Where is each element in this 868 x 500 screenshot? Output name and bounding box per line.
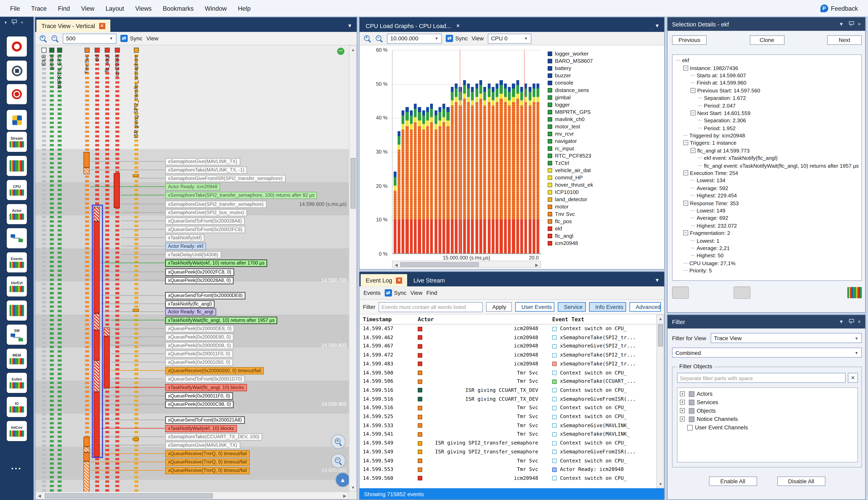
event-log-row[interactable]: 14.599.533Tmr SvcxSemaphoreGive(MAVLINK_ (360, 421, 655, 430)
trace-column-checkbox[interactable] (105, 48, 110, 53)
cpu-select-combo[interactable]: CPU 0▼ (488, 33, 531, 43)
tree-expander-icon[interactable]: − (683, 200, 688, 205)
pin-icon[interactable] (12, 20, 15, 25)
trace-event-label[interactable]: xSemaphoreGiveFromISR(SPI2_transfer_sema… (165, 175, 285, 182)
chart-cursor-line[interactable] (524, 50, 525, 254)
trace-execution-bar[interactable] (83, 168, 90, 174)
trace-execution-bar[interactable] (83, 461, 90, 494)
legend-item[interactable]: motor (548, 203, 568, 210)
tree-row[interactable]: Lowest: 134 (674, 177, 861, 184)
scrollbar-thumb[interactable] (45, 493, 213, 498)
rail-tile-intensity-view[interactable] (7, 300, 27, 321)
trace-event-label[interactable]: xQueueReceive(TmrQ, 0) timeout/fail (165, 458, 250, 466)
sync-button[interactable]: ⇄ Sync (446, 35, 468, 42)
tree-row[interactable]: Period: 1.952 (674, 124, 861, 132)
trace-vertical-scrollbar[interactable]: ▲ ▼ (349, 45, 357, 491)
trace-event-label[interactable]: xSemaphoreTake(CCUART_TX_DEV, 100) (165, 433, 262, 441)
user-events-button[interactable]: User Events (515, 302, 554, 311)
legend-item[interactable]: motor_test (548, 123, 580, 130)
rail-tile-stream-view[interactable]: Stream (7, 132, 27, 152)
rail-tile-io-view[interactable]: IO (7, 397, 27, 417)
event-log-row[interactable]: 14.599.500Tmr SvcContext switch on CPU_ (360, 368, 655, 377)
tree-row[interactable]: Average: 2,21 (674, 245, 861, 252)
filter-tree-item[interactable]: +Notice Channels (678, 415, 857, 423)
chevron-down-icon[interactable]: ▼ (655, 23, 663, 32)
zoom-out-icon[interactable]: − (51, 34, 59, 42)
trace-event-label[interactable]: xQueuePeek(0x200028A8, 0) (165, 277, 234, 284)
events-menu[interactable]: Events (363, 290, 380, 296)
filter-checkbox[interactable] (689, 408, 694, 413)
trace-execution-bar[interactable] (133, 174, 139, 177)
event-log-row[interactable]: 14.599.467icm20948xSemaphoreGive(SPI2_tr… (360, 342, 655, 351)
menu-bookmarks[interactable]: Bookmarks (157, 3, 199, 14)
trace-event-label[interactable]: xQueueSendToFront(0x200028A8) (165, 217, 245, 225)
rail-tile-cpu-load-view[interactable]: CPU (7, 180, 27, 200)
tab-event-log[interactable]: Event Log × (361, 274, 407, 286)
trace-canvas[interactable]: IDLEgimbalM8PRTK_GPSTmr Svcekfflc_anglic… (35, 45, 357, 499)
event-log-table[interactable]: 14.599.457icm20948Context switch on CPU_… (360, 325, 656, 488)
close-tab-icon[interactable]: × (455, 23, 461, 29)
trace-event-label[interactable]: xTaskNotifyWait(flc_angl, 10) blocks (165, 384, 247, 391)
trace-event-label[interactable]: xQueueSendToFront(0x20002FC8) (165, 226, 245, 233)
overlay-zoom-out-button[interactable]: − (331, 453, 345, 468)
trace-event-label[interactable]: xQueueSendToFront(0x20001D70) (165, 375, 245, 383)
tree-row[interactable]: −Execution Time: 254 (674, 169, 861, 177)
chart-cursor-line[interactable] (460, 50, 460, 254)
tree-row[interactable]: flc_angl event: xTaskNotifyWait(flc_angl… (674, 162, 861, 169)
advanced-button[interactable]: Advanced (630, 302, 661, 311)
legend-item[interactable]: M8PRTK_GPS (548, 108, 591, 115)
event-log-row[interactable]: 14.599.549Tmr SvcContext switch on CPU_ (360, 457, 655, 466)
filter-tree-item[interactable]: +Services (678, 398, 857, 406)
rail-tile-snapshot[interactable] (7, 84, 27, 104)
event-log-row[interactable]: 14.599.560icm20948Context switch on CPU_ (360, 474, 655, 483)
trace-event-label[interactable]: xTaskNotifyWait(ekf, 10) returns after 1… (165, 260, 267, 267)
legend-item[interactable]: console (548, 79, 573, 86)
chart-horizontal-scrollbar[interactable]: ◀ ▶ (392, 261, 541, 268)
overlay-scroll-button[interactable]: ▲ (336, 473, 350, 487)
find-menu[interactable]: Find (426, 290, 437, 296)
rail-tile-actor-view[interactable]: Actor (7, 204, 27, 224)
tree-row[interactable]: ekf (674, 57, 861, 64)
zoom-out-icon[interactable]: − (375, 34, 383, 42)
scrollbar-thumb[interactable] (658, 324, 663, 346)
trace-event-label[interactable]: xTaskNotify(ekf) (165, 234, 205, 241)
tree-row[interactable]: −Response Time: 353 (674, 199, 861, 207)
trace-event-label[interactable]: xSemaphoreTake(MAVLINK_TX, -1) (165, 167, 247, 174)
trace-event-label[interactable]: Actor Ready: ekf (165, 243, 206, 250)
trace-event-label[interactable]: xQueuePeek(0x20000DE8, 0) (165, 325, 234, 332)
tree-row[interactable]: −Instance: 1982/7436 (674, 64, 861, 72)
menu-trace[interactable]: Trace (26, 3, 52, 14)
tree-expander-icon[interactable]: − (683, 140, 688, 146)
tree-row[interactable]: Average: 692 (674, 214, 861, 222)
trace-event-label[interactable]: Actor Ready: flc_angl (165, 308, 216, 316)
legend-item[interactable]: BARO_MS8607 (548, 57, 593, 64)
trace-execution-bar[interactable] (83, 152, 90, 168)
tree-row[interactable]: −Triggers: 1 instance (674, 139, 861, 147)
tree-row[interactable]: Separation: 2.306 (674, 117, 861, 124)
trace-event-label[interactable]: xQueuePeek(0x200011F0, 0) (165, 350, 233, 357)
rail-tile-state-machine-view[interactable]: SM (7, 325, 27, 345)
tree-row[interactable]: CPU Usage: 27,1% (674, 259, 861, 267)
tree-row[interactable]: Average: 592 (674, 184, 861, 192)
legend-item[interactable]: TzCtrl (548, 159, 569, 167)
service-button[interactable]: Service (558, 302, 586, 311)
trace-column-checkbox[interactable] (42, 48, 47, 53)
legend-item[interactable]: mavlink_ch0 (548, 115, 585, 123)
tree-expander-icon[interactable]: + (680, 417, 685, 421)
tree-row[interactable]: −Previous Start: 14.597.560 (674, 87, 861, 94)
event-log-row[interactable]: 14.599.553Tmr SvcActor Ready: icm20948 (360, 465, 655, 474)
trace-execution-bar[interactable] (83, 437, 90, 447)
info-events-button[interactable]: Info Events (589, 302, 626, 311)
event-log-row[interactable]: 14.599.516ISR giving CCUART_TX_DEVxSemap… (360, 395, 655, 404)
rail-tile-interrupt-coverage-view[interactable]: IntCov (7, 421, 27, 441)
trace-event-label[interactable]: Actor Ready: icm20948 (165, 183, 220, 191)
tree-expander-icon[interactable]: − (683, 170, 688, 175)
trace-zoom-combo[interactable]: 500▼ (63, 33, 117, 43)
chevron-down-icon[interactable]: ▼ (839, 319, 844, 325)
column-timestamp[interactable]: Timestamp (363, 316, 392, 322)
tree-row[interactable]: Lowest: 1 (674, 237, 861, 244)
tree-expander-icon[interactable]: + (680, 408, 685, 413)
filter-tree-item[interactable]: +Actors (678, 390, 857, 398)
trace-execution-bar[interactable] (114, 173, 120, 208)
trace-event-label[interactable]: xQueueReceive(TmrQ, 0) timeout/fail (165, 450, 250, 457)
